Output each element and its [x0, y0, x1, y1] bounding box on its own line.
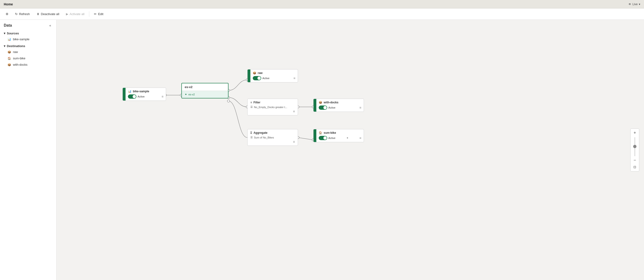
sidebar-header: Data «: [0, 20, 56, 30]
esv2-node[interactable]: es-v2 ✦ es-v2: [182, 83, 228, 98]
activate-all-button[interactable]: ▶ Activate all: [63, 11, 88, 17]
zoom-handle[interactable]: [633, 145, 636, 148]
active-label: Active: [328, 136, 336, 140]
condition-icon: ☰: [250, 106, 253, 108]
zoom-fit-button[interactable]: ⊡: [632, 164, 638, 170]
sum-bike-icon: 🏠: [319, 131, 322, 134]
svg-point-13: [227, 100, 230, 102]
chevron-down-icon: ▾: [639, 2, 640, 6]
live-badge[interactable]: 👁 Live ▾: [628, 2, 640, 6]
zoom-slider[interactable]: [634, 137, 635, 156]
zoom-out-button[interactable]: −: [632, 157, 638, 164]
toolbar-divider: [89, 11, 89, 17]
sidebar-item-with-docks[interactable]: 📦 with-docks: [0, 62, 56, 68]
filter-menu[interactable]: ≡: [250, 110, 295, 113]
toggle-thumb: [258, 76, 261, 80]
sidebar-item-raw[interactable]: 📦 raw: [0, 49, 56, 55]
collapse-icon: «: [49, 24, 51, 27]
toggle-switch[interactable]: Active: [253, 76, 270, 80]
destinations-label: Destinations: [7, 44, 25, 48]
chevron-down-icon: ▾: [4, 44, 6, 48]
sum-bike-node[interactable]: 🏠 sum-bike Active ✦ ≡: [313, 129, 364, 142]
sidebar-collapse-button[interactable]: «: [48, 23, 52, 28]
zoom-in-button[interactable]: +: [632, 130, 638, 136]
node-green-bar: [123, 88, 126, 100]
settings-button[interactable]: ⚙: [3, 11, 11, 17]
sidebar-section-destinations[interactable]: ▾ Destinations: [0, 42, 56, 49]
refresh-button[interactable]: ↻ Refresh: [12, 11, 33, 17]
with-docks-node[interactable]: 📦 with-docks Active ≡: [313, 99, 364, 112]
sum-bike-icon: 🏠: [8, 57, 11, 60]
app-title: Home: [4, 2, 13, 6]
toggle-track[interactable]: [319, 106, 327, 110]
edit-label: Edit: [98, 12, 103, 16]
toggle-thumb: [324, 136, 327, 140]
with-docks-icon: 📦: [8, 63, 11, 66]
aggregate-node[interactable]: Σ Aggregate ☰ Sum of No_Bikes ≡: [247, 129, 298, 146]
toggle-switch[interactable]: Active: [319, 136, 336, 140]
node-toggle-row: Active ≡: [128, 94, 164, 99]
active-label: Active: [328, 106, 336, 109]
node-content: 📦 raw Active ≡: [250, 70, 298, 82]
active-label: Active: [138, 95, 145, 98]
sidebar-item-bike-sample[interactable]: 📊 bike-sample: [0, 36, 56, 42]
toggle-track[interactable]: [319, 136, 327, 140]
paint-icon: ✦: [346, 136, 348, 140]
toolbar: ⚙ ↻ Refresh ⏸ Deactivate all ▶ Activate …: [0, 8, 644, 20]
bike-sample-node[interactable]: 📊 bike-sample Active ≡: [122, 88, 166, 101]
esv2-title: es-v2: [185, 85, 192, 89]
refresh-icon: ↻: [15, 12, 18, 16]
node-menu-icon[interactable]: ≡: [162, 95, 164, 98]
sources-label: Sources: [7, 32, 19, 35]
sidebar-sum-bike-label: sum-bike: [13, 56, 26, 60]
chevron-down-icon: ▾: [4, 32, 6, 35]
activate-label: Activate all: [70, 12, 84, 16]
node-title: 📦 with-docks: [319, 101, 361, 104]
aggregate-title: Σ Aggregate: [250, 131, 295, 134]
canvas-area: 📊 bike-sample Active ≡ es-v2: [56, 20, 644, 280]
node-menu-icon[interactable]: ≡: [360, 106, 361, 110]
settings-icon: ⚙: [6, 12, 8, 16]
node-toggle-row: Active ≡: [253, 76, 296, 80]
filter-icon: ≡: [250, 101, 252, 104]
deactivate-icon: ⏸: [36, 12, 40, 16]
node-menu-icon[interactable]: ≡: [294, 76, 296, 80]
node-content: 📦 with-docks Active ≡: [316, 99, 364, 112]
esv2-tag-icon: ✦: [185, 93, 187, 96]
node-content: 🏠 sum-bike Active ✦ ≡: [316, 129, 364, 142]
metric-icon: ☰: [250, 136, 253, 139]
sidebar-source-label: bike-sample: [13, 38, 30, 41]
node-content: 📊 bike-sample Active ≡: [126, 88, 166, 100]
raw-node[interactable]: 📦 raw Active ≡: [247, 69, 298, 82]
sidebar: Data « ▾ Sources 📊 bike-sample ▾ Destina…: [0, 20, 56, 280]
node-toggle-row: Active ≡: [319, 106, 361, 110]
toggle-thumb: [324, 106, 327, 109]
node-green-bar: [248, 70, 250, 82]
node-title: 📊 bike-sample: [128, 90, 164, 93]
filter-node[interactable]: ≡ Filter ☰ No_Empty_Docks greater t... ≡: [247, 99, 298, 116]
toggle-switch[interactable]: Active: [319, 106, 336, 110]
node-green-bar: [314, 129, 316, 142]
sidebar-section-sources[interactable]: ▾ Sources: [0, 30, 56, 36]
main-layout: Data « ▾ Sources 📊 bike-sample ▾ Destina…: [0, 20, 644, 280]
toggle-switch[interactable]: Active: [128, 94, 145, 99]
source-icon: 📊: [8, 38, 11, 41]
toggle-track[interactable]: [253, 76, 261, 80]
node-title: 🏠 sum-bike: [319, 131, 361, 134]
raw-icon: 📦: [253, 71, 256, 75]
edit-button[interactable]: ✏ Edit: [91, 11, 106, 17]
aggregate-menu[interactable]: ≡: [250, 140, 295, 144]
toggle-track[interactable]: [128, 94, 136, 99]
node-menu-icon[interactable]: ≡: [360, 136, 361, 140]
zoom-controls: + − ⊡: [630, 128, 639, 172]
filter-condition: ☰ No_Empty_Docks greater t...: [250, 106, 295, 108]
refresh-label: Refresh: [19, 12, 30, 16]
esv2-tag: es-v2: [188, 93, 195, 96]
toggle-thumb: [132, 95, 136, 98]
deactivate-all-button[interactable]: ⏸ Deactivate all: [34, 11, 62, 17]
sidebar-item-sum-bike[interactable]: 🏠 sum-bike: [0, 55, 56, 62]
aggregate-icon: Σ: [250, 131, 252, 134]
sidebar-with-docks-label: with-docks: [13, 63, 27, 66]
activate-icon: ▶: [66, 12, 68, 16]
sidebar-raw-label: raw: [13, 50, 18, 54]
